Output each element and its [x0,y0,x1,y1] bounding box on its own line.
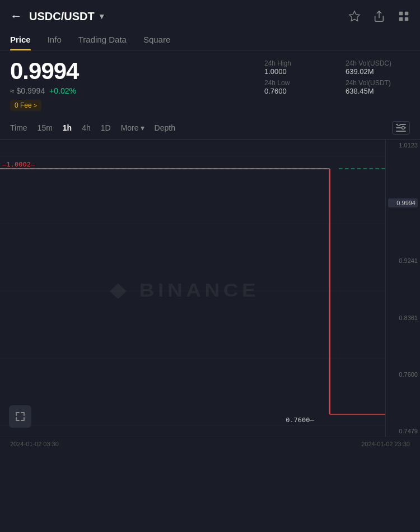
y-label-low: 0.7600 [388,371,418,378]
header-actions [348,10,410,22]
chart-timestamps: 2024-01-02 03:30 2024-01-02 23:30 [0,437,420,451]
chart-container: –1.0002– 0.7600— ◆ BINANCE 1.0123 0.9994… [0,140,420,437]
stat-24h-vol-usdc-label: 24h Vol(USDC) [346,59,410,67]
settings-icon [396,124,406,132]
tab-price[interactable]: Price [10,29,31,50]
timestamp-start: 2024-01-02 03:30 [10,441,59,447]
timestamp-end: 2024-01-02 23:30 [361,441,410,447]
stat-24h-high-value: 1.0000 [264,67,329,76]
svg-text:◆ BINANCE: ◆ BINANCE [109,279,259,300]
favorite-icon[interactable] [348,10,361,22]
stat-24h-low-label: 24h Low [264,79,329,87]
toolbar-more-label: More [121,123,139,132]
toolbar-settings-button[interactable] [392,121,410,135]
toolbar-1h[interactable]: 1h [63,123,72,132]
tab-info[interactable]: Info [48,29,62,50]
tab-square[interactable]: Square [143,29,170,50]
fee-label: 0 Fee [15,101,32,109]
toolbar-15m[interactable]: 15m [38,123,53,132]
tab-bar: Price Info Trading Data Square [0,29,420,50]
svg-rect-3 [405,17,408,21]
y-label-top: 1.0123 [388,142,418,149]
price-left: 0.9994 ≈ $0.9994 +0.02% 0 Fee > [10,59,264,111]
chart-y-axis: 1.0123 0.9994 0.9241 0.8361 0.7600 0.747… [385,140,420,437]
fee-badge[interactable]: 0 Fee > [10,100,41,111]
price-change-percent: +0.02% [49,86,76,95]
price-chart: –1.0002– 0.7600— ◆ BINANCE [0,140,420,437]
y-label-mid1: 0.9241 [388,257,418,264]
svg-rect-6 [396,131,406,132]
stat-24h-vol-usdc-value: 639.02M [346,67,410,76]
expand-icon [15,411,25,422]
y-label-current: 0.9994 [388,198,418,207]
svg-point-8 [402,127,405,129]
pair-title[interactable]: USDC/USDT ▼ [29,10,106,23]
stat-24h-vol-usdt-label: 24h Vol(USDT) [346,79,410,87]
toolbar-more[interactable]: More ▾ [121,123,144,132]
fee-arrow: > [34,102,37,109]
stat-24h-vol-usdt-value: 638.45M [346,87,410,95]
y-label-bottom: 0.7479 [388,428,418,434]
toolbar-more-chevron: ▾ [141,123,144,132]
svg-rect-1 [405,12,408,15]
toolbar-time[interactable]: Time [10,123,27,132]
svg-rect-2 [399,17,403,21]
price-main-value: 0.9994 [10,59,264,83]
toolbar-1d[interactable]: 1D [101,123,111,132]
y-label-mid2: 0.8361 [388,314,418,321]
pair-name: USDC/USDT [29,10,95,23]
header: ← USDC/USDT ▼ [0,0,420,29]
stat-24h-high-label: 24h High [264,59,329,67]
stat-24h-low-value: 0.7600 [264,87,329,95]
price-section: 0.9994 ≈ $0.9994 +0.02% 0 Fee > 24h High… [0,50,420,117]
price-usd-value: ≈ $0.9994 [10,86,45,95]
tab-trading-data[interactable]: Trading Data [78,29,127,50]
svg-rect-0 [399,12,403,15]
svg-text:0.7600—: 0.7600— [286,416,314,423]
stat-24h-low: 24h Low 0.7600 [264,79,329,95]
back-button[interactable]: ← [10,9,22,24]
stat-24h-vol-usdt: 24h Vol(USDT) 638.45M [346,79,410,95]
stat-24h-high: 24h High 1.0000 [264,59,329,76]
price-stats: 24h High 1.0000 24h Vol(USDC) 639.02M 24… [264,59,410,95]
chart-toolbar: Time 15m 1h 4h 1D More ▾ Depth [0,117,420,140]
svg-point-7 [398,124,400,126]
grid-icon[interactable] [398,10,410,22]
expand-chart-button[interactable] [9,405,31,428]
stat-24h-vol-usdc: 24h Vol(USDC) 639.02M [346,59,410,76]
price-usd-row: ≈ $0.9994 +0.02% [10,86,264,95]
toolbar-depth[interactable]: Depth [155,123,175,132]
toolbar-4h[interactable]: 4h [82,123,91,132]
svg-text:–1.0002–: –1.0002– [2,160,35,168]
share-icon[interactable] [373,10,385,22]
pair-dropdown-chevron: ▼ [98,12,106,21]
